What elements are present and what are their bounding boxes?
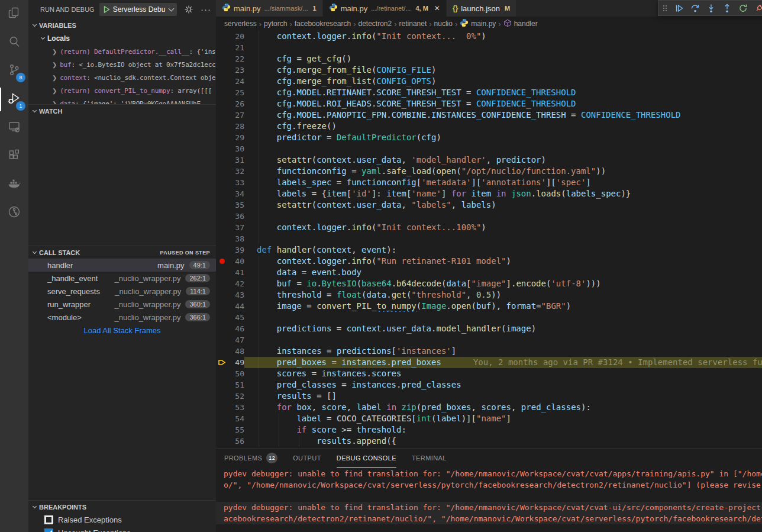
gutter-glyph-margin[interactable] xyxy=(216,233,229,244)
breadcrumb-item[interactable]: detectron2 xyxy=(358,20,392,28)
code-line[interactable]: 22 cfg = get_cfg() xyxy=(216,53,762,65)
code-line[interactable]: 42 buf = io.BytesIO(base64.b64decode(dat… xyxy=(216,278,762,289)
gutter-glyph-margin[interactable] xyxy=(216,323,229,334)
code-line[interactable]: 51 pred_classes = instances.pred_classes xyxy=(216,379,762,391)
line-number[interactable]: 25 xyxy=(229,87,244,98)
close-icon[interactable]: ✕ xyxy=(434,4,440,12)
line-number[interactable]: 26 xyxy=(229,98,244,109)
sidebar-item-remote-explorer[interactable] xyxy=(0,114,28,142)
line-content[interactable]: pred_boxes = instances.pred_boxesYou, 2 … xyxy=(244,357,762,368)
line-content[interactable]: for box, score, label in zip(pred_boxes,… xyxy=(244,402,762,413)
line-number[interactable]: 29 xyxy=(229,132,244,143)
breadcrumb-item[interactable]: main.py xyxy=(460,18,496,29)
panel-tab-terminal[interactable]: TERMINAL xyxy=(412,449,447,467)
line-content[interactable]: results = [] xyxy=(244,391,762,402)
toolbar-drag-grip[interactable] xyxy=(662,4,668,13)
line-number[interactable]: 34 xyxy=(229,188,244,199)
line-content[interactable] xyxy=(244,233,762,244)
line-number[interactable]: 24 xyxy=(229,76,244,87)
scope-locals[interactable]: Locals xyxy=(28,32,216,45)
line-content[interactable]: setattr(context.user_data, "labels", lab… xyxy=(244,199,762,211)
gutter-glyph-margin[interactable] xyxy=(216,154,229,166)
line-number[interactable]: 47 xyxy=(229,334,244,346)
line-number[interactable]: 33 xyxy=(229,177,244,188)
line-number[interactable]: 28 xyxy=(229,121,244,132)
gutter-glyph-margin[interactable] xyxy=(216,188,229,199)
gutter-glyph-margin[interactable] xyxy=(216,42,229,53)
sidebar-item-git-graph[interactable] xyxy=(0,199,28,227)
sidebar-item-extensions[interactable] xyxy=(0,142,28,170)
line-number[interactable]: 53 xyxy=(229,402,244,413)
breakpoint-icon[interactable] xyxy=(219,259,225,264)
line-content[interactable]: predictor = DefaultPredictor(cfg) xyxy=(244,132,762,143)
gutter-glyph-margin[interactable] xyxy=(216,65,229,76)
gutter-glyph-margin[interactable] xyxy=(216,289,229,301)
code-line[interactable]: 24 cfg.merge_from_list(CONFIG_OPTS) xyxy=(216,76,762,87)
line-content[interactable]: cfg.MODEL.PANOPTIC_FPN.COMBINE.INSTANCES… xyxy=(244,109,762,121)
gutter-glyph-margin[interactable] xyxy=(216,278,229,289)
step-out-button[interactable] xyxy=(722,4,732,13)
panel-tab-debug-console[interactable]: DEBUG CONSOLE xyxy=(337,449,396,467)
breadcrumb-item[interactable]: serverless xyxy=(224,20,257,28)
line-number[interactable]: 43 xyxy=(229,289,244,301)
call-stack-header[interactable]: CALL STACK PAUSED ON STEP xyxy=(28,246,216,259)
code-line[interactable]: 54 label = COCO_CATEGORIES[int(label)]["… xyxy=(216,413,762,424)
code-line[interactable]: 34 labels = {item['id']: item['name'] fo… xyxy=(216,188,762,199)
gutter-glyph-margin[interactable] xyxy=(216,87,229,98)
breadcrumb-item[interactable]: facebookresearch xyxy=(295,20,351,28)
line-content[interactable]: label = COCO_CATEGORIES[int(label)]["nam… xyxy=(244,413,762,424)
code-line[interactable]: 28 cfg.freeze() xyxy=(216,121,762,132)
stack-frame-row[interactable]: <module>_nuclio_wrapper.py366:1 xyxy=(28,311,216,324)
gutter-glyph-margin[interactable] xyxy=(216,256,229,267)
variable-row[interactable]: ❯data: {'image': 'iVBORw0KGgoAAAANSUhE… xyxy=(28,97,216,104)
gutter-glyph-margin[interactable] xyxy=(216,301,229,312)
code-line[interactable]: 36 xyxy=(216,211,762,222)
gutter-glyph-margin[interactable] xyxy=(216,109,229,121)
sidebar-item-explorer[interactable] xyxy=(0,0,28,28)
gutter-glyph-margin[interactable] xyxy=(216,379,229,391)
disconnect-button[interactable] xyxy=(754,4,762,13)
gutter-glyph-margin[interactable] xyxy=(216,132,229,143)
code-editor[interactable]: 20 context.logger.info("Init context... … xyxy=(216,31,762,448)
line-number[interactable]: 31 xyxy=(229,154,244,166)
code-line[interactable]: 46 predictions = context.user_data.model… xyxy=(216,323,762,334)
code-line[interactable]: 47 xyxy=(216,334,762,346)
gear-icon[interactable] xyxy=(184,5,193,14)
line-number[interactable]: 36 xyxy=(229,211,244,222)
code-line[interactable]: 48 instances = predictions['instances'] xyxy=(216,346,762,357)
gutter-glyph-margin[interactable] xyxy=(216,334,229,346)
code-line[interactable]: 29 predictor = DefaultPredictor(cfg) xyxy=(216,132,762,143)
more-actions-icon[interactable]: ··· xyxy=(201,7,211,12)
line-content[interactable] xyxy=(244,312,762,323)
code-line[interactable]: 21 xyxy=(216,42,762,53)
gutter-glyph-margin[interactable] xyxy=(216,267,229,278)
gutter-glyph-margin[interactable] xyxy=(216,199,229,211)
breakpoint-row[interactable]: Raised Exceptions xyxy=(28,513,216,526)
breakpoint-row[interactable]: Uncaught Exceptions xyxy=(28,526,216,532)
gutter-glyph-margin[interactable] xyxy=(216,402,229,413)
line-content[interactable]: labels_spec = functionconfig['metadata']… xyxy=(244,177,762,188)
line-number[interactable]: 37 xyxy=(229,222,244,233)
line-number[interactable]: 54 xyxy=(229,413,244,424)
line-number[interactable]: 45 xyxy=(229,312,244,323)
line-content[interactable]: labels = {item['id']: item['name'] for i… xyxy=(244,188,762,199)
line-content[interactable]: context.logger.info("Init context...100%… xyxy=(244,222,762,233)
code-line[interactable]: 43 threshold = float(data.get("threshold… xyxy=(216,289,762,301)
gutter-glyph-margin[interactable] xyxy=(216,368,229,379)
breadcrumb-item[interactable]: handler xyxy=(503,19,538,29)
line-number[interactable]: 48 xyxy=(229,346,244,357)
line-content[interactable]: if score >= threshold: xyxy=(244,424,762,436)
line-content[interactable]: cfg.freeze() xyxy=(244,121,762,132)
line-number[interactable]: 39 xyxy=(229,244,244,256)
line-content[interactable]: threshold = float(data.get("threshold", … xyxy=(244,289,762,301)
code-line[interactable]: 23 cfg.merge_from_file(CONFIG_FILE) xyxy=(216,65,762,76)
line-number[interactable]: 42 xyxy=(229,278,244,289)
line-content[interactable]: data = event.body xyxy=(244,267,762,278)
restart-button[interactable] xyxy=(738,4,748,13)
line-content[interactable]: cfg.merge_from_list(CONFIG_OPTS) xyxy=(244,76,762,87)
line-content[interactable]: cfg.MODEL.ROI_HEADS.SCORE_THRESH_TEST = … xyxy=(244,98,762,109)
panel-tab-problems[interactable]: PROBLEMS12 xyxy=(224,449,277,467)
gutter-glyph-margin[interactable] xyxy=(216,166,229,177)
panel-tab-output[interactable]: OUTPUT xyxy=(293,449,321,467)
line-number[interactable]: 38 xyxy=(229,233,244,244)
